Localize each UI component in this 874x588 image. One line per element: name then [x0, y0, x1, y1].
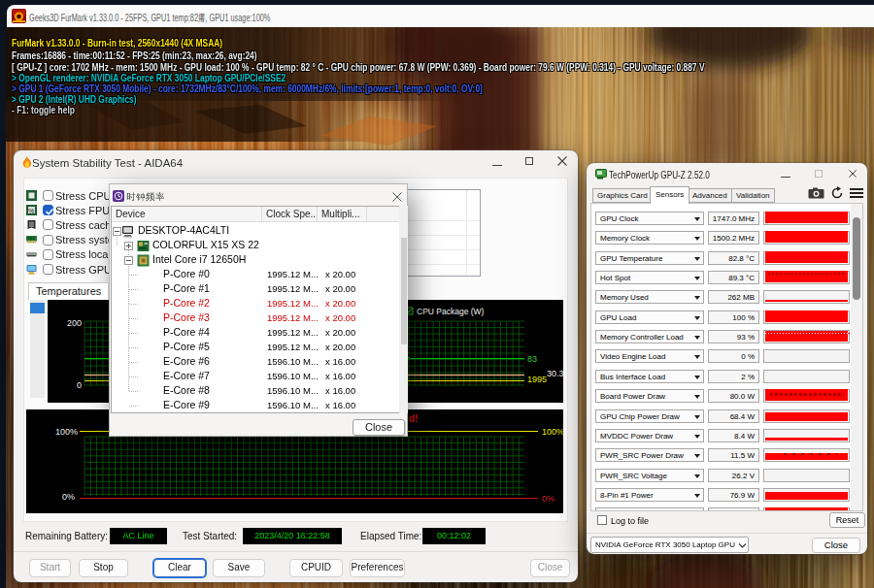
svg-text:0%: 0% [62, 492, 75, 502]
svg-text:d!: d! [409, 413, 418, 424]
svg-text:0%: 0% [542, 494, 555, 504]
svg-text:1995: 1995 [527, 375, 547, 384]
svg-text:CPU Package (W): CPU Package (W) [417, 307, 485, 316]
svg-text:100%: 100% [55, 427, 78, 437]
svg-text:200: 200 [67, 318, 82, 328]
svg-text:100%: 100% [542, 427, 563, 437]
svg-text:83: 83 [527, 354, 537, 364]
svg-text:0: 0 [77, 380, 82, 390]
svg-text:30.3: 30.3 [547, 369, 563, 378]
svg-text:%: % [28, 207, 34, 213]
